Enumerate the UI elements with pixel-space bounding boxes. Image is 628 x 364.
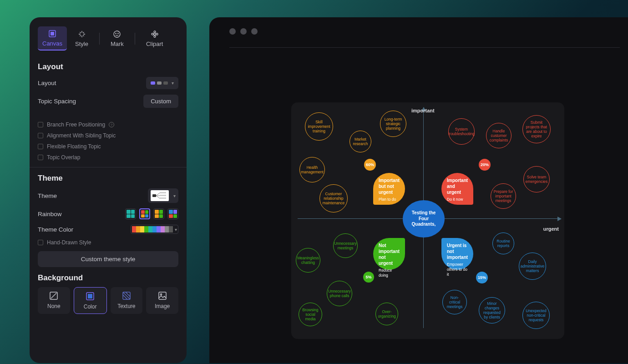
background-heading: Background	[38, 273, 178, 283]
theme-heading: Theme	[38, 174, 178, 183]
tab-canvas[interactable]: Canvas	[38, 26, 67, 51]
layout-swatch	[151, 81, 155, 85]
divider	[99, 33, 100, 45]
window-dot[interactable]	[240, 28, 247, 35]
flower-icon	[150, 30, 159, 39]
custom-theme-button[interactable]: Custom theme style	[38, 251, 178, 267]
bubble[interactable]: Unexpected non-critical requests	[522, 302, 550, 329]
theme-dropdown[interactable]: ▾	[148, 188, 178, 203]
canvas-icon	[48, 29, 57, 38]
divider	[135, 33, 135, 45]
svg-line-13	[156, 196, 160, 198]
bubble[interactable]: Meaningless chatting	[296, 248, 320, 273]
bubble[interactable]: Submit projects that are about to expire	[522, 115, 551, 143]
color-icon	[85, 291, 95, 301]
tab-clipart[interactable]: Clipart	[142, 27, 168, 50]
quad-urgent-not-important[interactable]: Urgent is not importantEmpower others to…	[441, 238, 473, 270]
quad-important-urgent[interactable]: Important and urgentDo it now	[441, 173, 473, 205]
pct-tl[interactable]: 60%	[364, 159, 376, 171]
svg-point-26	[160, 294, 162, 295]
center-node[interactable]: Testing the Four Quadrants,	[403, 200, 445, 238]
quad-not-important-not-urgent[interactable]: Not important not urgentReduce doing	[373, 238, 405, 270]
rainbow-opt-2[interactable]	[139, 208, 150, 219]
check-flexible[interactable]: Flexible Floating Topic	[38, 143, 178, 150]
svg-point-4	[118, 33, 118, 34]
svg-rect-25	[159, 292, 166, 299]
pct-bl[interactable]: 5%	[363, 272, 374, 283]
smiley-icon	[112, 30, 122, 39]
bubble[interactable]: Health management	[299, 157, 325, 182]
pct-tr[interactable]: 20%	[479, 159, 491, 171]
check-alignment[interactable]: Alignment With Sibling Topic	[38, 132, 178, 139]
svg-rect-15	[160, 195, 166, 196]
arrow-right-icon	[557, 217, 562, 221]
properties-sidebar: Canvas Style Mark Clipart Layout Layout …	[30, 17, 187, 363]
rainbow-opt-3[interactable]	[153, 208, 164, 219]
rainbow-options	[125, 208, 178, 219]
layout-swatch	[157, 81, 162, 85]
bg-opt-texture[interactable]: Texture	[111, 287, 143, 314]
svg-point-3	[116, 33, 116, 34]
rainbow-opt-4[interactable]	[167, 208, 178, 219]
bubble[interactable]: System troubleshooting	[448, 118, 475, 145]
tab-clipart-label: Clipart	[146, 40, 163, 47]
help-icon[interactable]: ?	[109, 122, 114, 127]
sparkle-icon	[77, 30, 86, 39]
bubble[interactable]: Solve team emergencies	[523, 166, 550, 192]
svg-rect-1	[51, 32, 54, 35]
theme-color-dropdown[interactable]: ▾	[131, 225, 178, 234]
quadrant-diagram[interactable]: important urgent Testing the Four Quadra…	[291, 102, 564, 339]
svg-point-9	[156, 33, 158, 35]
bg-opt-color[interactable]: Color	[74, 287, 107, 314]
theme-color-label: Theme Color	[38, 226, 73, 233]
svg-point-5	[153, 33, 155, 35]
svg-rect-14	[160, 192, 166, 193]
layout-swatch	[163, 81, 168, 85]
tab-style[interactable]: Style	[71, 27, 93, 50]
topic-spacing-button[interactable]: Custom	[143, 95, 178, 108]
tab-canvas-label: Canvas	[42, 40, 62, 47]
bubble[interactable]: Prepare for important meetings	[491, 183, 516, 209]
check-hand-drawn[interactable]: Hand-Drawn Style	[38, 239, 178, 246]
axis-label-top: important	[411, 108, 435, 113]
window-dot[interactable]	[251, 28, 258, 35]
layout-label: Layout	[38, 80, 56, 86]
bubble[interactable]: Customer relationship maintenance	[319, 184, 348, 212]
image-icon	[157, 291, 167, 301]
tab-mark-label: Mark	[111, 40, 124, 47]
bubble[interactable]: Unnecessary meetings	[333, 233, 358, 258]
svg-line-11	[156, 193, 160, 196]
bg-opt-image[interactable]: Image	[146, 287, 178, 314]
bubble[interactable]: Unnecessary phone calls	[327, 281, 352, 306]
tab-mark[interactable]: Mark	[106, 27, 128, 50]
bubble[interactable]: Minor changes requested by clients	[479, 297, 505, 324]
layout-heading: Layout	[38, 62, 178, 71]
svg-point-7	[154, 35, 156, 37]
bubble[interactable]: Over-organizing	[375, 303, 398, 325]
bubble[interactable]: Handle customer complaints	[486, 123, 512, 148]
bubble[interactable]: Daily administrative matters	[519, 253, 546, 280]
quad-important-not-urgent[interactable]: Important but not urgentPlan to do	[373, 173, 405, 205]
chevron-down-icon: ▾	[172, 81, 174, 86]
window-controls	[209, 17, 628, 46]
pct-br[interactable]: 15%	[476, 272, 488, 283]
bubble[interactable]: Long-term strategic planning	[380, 111, 406, 137]
bubble[interactable]: Skill improvement training	[305, 112, 333, 141]
chevron-down-icon: ▾	[175, 227, 177, 232]
tab-style-label: Style	[75, 40, 88, 47]
theme-label: Theme	[38, 192, 57, 199]
bubble[interactable]: Non-critical meetings	[442, 290, 467, 314]
bubble[interactable]: Browsing social media	[299, 303, 322, 326]
window-dot[interactable]	[229, 28, 236, 35]
axis-label-right: urgent	[543, 226, 559, 232]
check-branch-free[interactable]: Branch Free Positioning?	[38, 121, 178, 128]
bubble[interactable]: Routine reports	[492, 233, 514, 254]
check-overlap[interactable]: Topic Overlap	[38, 154, 178, 161]
svg-rect-10	[152, 194, 156, 197]
bubble[interactable]: Market research	[349, 131, 371, 152]
chevron-down-icon: ▾	[173, 193, 176, 198]
bg-opt-none[interactable]: None	[38, 287, 70, 314]
layout-dropdown[interactable]: ▾	[146, 77, 178, 89]
divider	[229, 47, 620, 48]
rainbow-opt-1[interactable]	[125, 208, 136, 219]
